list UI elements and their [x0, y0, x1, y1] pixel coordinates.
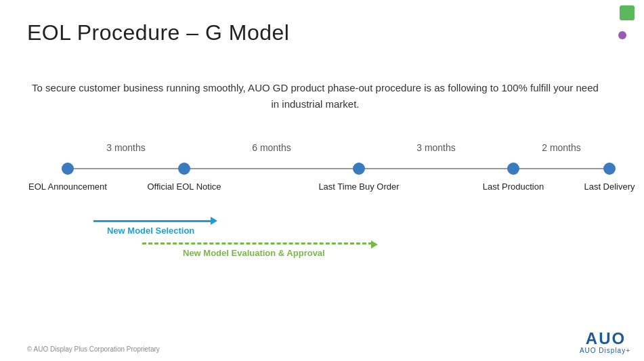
auo-letter-o: O: [611, 331, 624, 347]
auo-brand-text: A U O: [580, 331, 630, 347]
interval-label-0: 3 months: [106, 142, 146, 153]
timeline-line: [68, 168, 603, 169]
auo-logo-subtitle: AUO Display+: [580, 347, 630, 354]
interval-label-2: 3 months: [416, 142, 456, 153]
selection-arrow-label: New Model Selection: [107, 226, 194, 236]
dot-last-delivery: [603, 163, 616, 175]
new-model-selection-arrow: New Model Selection: [93, 220, 212, 222]
stage-label-3: Last Production: [483, 182, 544, 192]
interval-label-1: 6 months: [252, 142, 291, 153]
stage-label-2: Last Time Buy Order: [318, 182, 399, 192]
dot-last-production: [507, 163, 519, 175]
interval-label-3: 2 months: [542, 142, 581, 153]
dot-eol-announcement: [62, 163, 74, 175]
auo-letter-u: U: [599, 331, 610, 347]
dot-last-time-buy: [353, 163, 365, 175]
page-title: EOL Procedure – G Model: [27, 20, 289, 45]
footer-copyright: © AUO Display Plus Corporation Proprieta…: [27, 345, 160, 353]
auo-letter-a: A: [586, 331, 597, 347]
stage-label-4: Last Delivery: [584, 182, 635, 192]
auo-logo: A U O AUO Display+: [580, 331, 630, 354]
new-model-evaluation-arrow: New Model Evaluation & Approval: [142, 242, 372, 245]
dot-official-eol-notice: [178, 163, 190, 175]
page-description: To secure customer business running smoo…: [27, 80, 603, 112]
stage-label-0: EOL Announcement: [28, 182, 107, 192]
purple-circle-decoration: [618, 31, 626, 39]
stage-label-1: Official EOL Notice: [147, 182, 221, 192]
evaluation-arrow-label: New Model Evaluation & Approval: [183, 248, 325, 258]
evaluation-arrow-line: [142, 242, 372, 245]
green-square-decoration: [620, 5, 635, 20]
selection-arrow-line: [93, 220, 212, 222]
